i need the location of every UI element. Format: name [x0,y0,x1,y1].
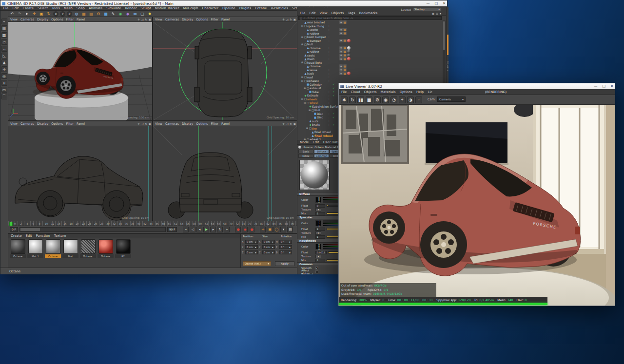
c4d-menu-plugins[interactable]: Plugins [239,6,251,10]
lv-titlebar[interactable]: Live Viewer 3.07-R2 —□✕ [339,83,615,89]
right-canvas[interactable] [8,126,152,221]
visibility-dots-icon[interactable]: ∶ [329,32,329,35]
autokey-icon[interactable]: ◉ [242,227,248,232]
side-tab-objects[interactable]: Objects [447,61,449,71]
om-menu-view[interactable]: View [320,11,328,15]
material-tag-icon[interactable] [347,50,351,53]
vp1-menu-view[interactable]: View [10,18,18,21]
subdivision-surface-icon[interactable]: ◉ [117,11,123,17]
goto-end-icon[interactable]: » [224,227,230,232]
c4d-menu-simulate[interactable]: Simulate [106,6,121,10]
next-frame-icon[interactable]: ▸ [210,227,216,232]
visibility-dots-icon[interactable]: ∶ [329,112,329,115]
primitive-cube-icon[interactable]: ■ [103,11,109,17]
coord-field[interactable]: 0 cm▸ [262,245,275,249]
material-thumb-octane[interactable]: Octane [45,239,61,258]
tree-item-rubber[interactable]: ▲rubber∶✳▦ [297,50,442,54]
workplane-lock-icon[interactable]: ▭ [1,87,7,93]
vp3-menu-cameras[interactable]: Cameras [20,122,34,125]
texture-mode-icon[interactable]: ▩ [1,32,7,38]
zoom-view-icon[interactable]: ◿ [141,122,143,125]
phong-tag-icon[interactable]: ✳ [339,50,343,53]
coord-field[interactable]: 0 °▸ [279,245,292,249]
vp2-menu-display[interactable]: Display [182,18,193,21]
maximize-view-icon[interactable]: ▣ [293,18,296,21]
c4d-menu-mograph[interactable]: MoGraph [183,6,198,10]
c4d-menu-edit[interactable]: Edit [12,6,19,10]
key-scale-icon[interactable]: ▣ [267,227,273,232]
om-menu-file[interactable]: File [300,11,305,15]
render-view-icon[interactable]: ▦ [81,11,87,17]
vp2-menu-filter[interactable]: Filter [211,18,218,21]
value-field[interactable]: 1 [315,259,325,262]
texture-button[interactable]: ▾ [315,231,321,235]
visibility-dots-icon[interactable]: ∶ [329,87,329,90]
maximize-view-icon[interactable]: ▣ [149,122,151,125]
tree-item-boot-bumper[interactable]: ⊟▢boot bumper∶ [297,35,442,39]
phong-tag-icon[interactable]: ✳ [339,64,343,68]
record-position-icon[interactable]: ● [249,227,254,232]
coord-system-icon[interactable]: ◍ [74,11,79,17]
checkbox-affect-alpha[interactable] [315,270,318,273]
maximize-button[interactable]: □ [435,1,438,5]
camera-dropdown[interactable]: Camera ▾ [437,96,466,102]
c4d-menu-create[interactable]: Create [23,6,34,10]
attr-menu-mode[interactable]: Mode [300,140,309,144]
magnet-icon[interactable]: ⌒ [1,94,7,99]
texture-tag-icon[interactable]: ▦ [343,72,347,75]
stepper-icon[interactable]: ▸ [289,246,291,249]
lv-menu-cloud[interactable]: Cloud [351,90,360,94]
viewport-right[interactable]: ViewCamerasDisplayOptionsFilterPanel ✛◿↻… [8,121,152,221]
mats-menu-create[interactable]: Create [11,234,22,238]
coord-field[interactable]: 0 cm▸ [262,250,275,254]
value-field[interactable]: 1 [315,228,325,231]
key-position-icon[interactable]: ✛ [260,227,266,232]
visibility-dots-icon[interactable]: ∶ [329,94,329,97]
rotate-view-icon[interactable]: ↻ [145,122,147,125]
phong-tag-icon[interactable]: ✳ [339,57,343,60]
material-thumb-pt[interactable]: PT [115,239,131,258]
c4d-menu-select[interactable]: Select [38,6,48,10]
phong-tag-icon[interactable]: ✳ [339,68,343,72]
vp1-menu-panel[interactable]: Panel [77,18,85,21]
stepper-icon[interactable]: ▸ [289,240,291,243]
tree-item-exhaust[interactable]: ⊟▢exhaust∶ [297,79,442,83]
visibility-dots-icon[interactable]: ∶ [329,65,329,68]
prev-frame-icon[interactable]: ◂ [196,227,202,232]
render-settings-icon[interactable]: ⚙ [96,11,101,17]
close-button[interactable]: ✕ [443,1,446,5]
x-axis-icon[interactable]: X [53,11,58,17]
viewport-solo-icon[interactable]: ◎ [1,73,7,79]
texture-button[interactable]: ▾ [315,208,321,211]
visibility-dots-icon[interactable]: ∶ [329,61,329,64]
maximize-button[interactable]: □ [603,84,606,88]
timeline-range-thumb[interactable] [20,228,40,231]
viewport-top[interactable]: ViewCamerasDisplayOptionsFilterPanel ✛◿↻… [153,17,297,120]
tree-item-chrome[interactable]: ▲chrome∶✳▦ [297,64,442,68]
zoom-view-icon[interactable]: ◿ [286,122,288,125]
mats-menu-texture[interactable]: Texture [54,234,66,238]
c4d-menu-tools[interactable]: Tools [52,6,60,10]
pan-view-icon[interactable]: ✛ [282,18,285,21]
undo-icon[interactable]: ↶ [9,11,15,17]
timeline-range-slider[interactable] [20,227,166,232]
rotate-view-icon[interactable]: ↻ [145,18,147,21]
stepper-icon[interactable]: ▸ [289,251,291,254]
timeline-ruler[interactable]: 0246810121416182022242628303234363840424… [8,221,297,226]
visibility-dots-icon[interactable]: ∶ [329,134,329,137]
timeline-playhead[interactable] [9,222,13,226]
environment-icon[interactable]: ▬ [132,11,138,17]
c4d-menu-motion-tracker[interactable]: Motion Tracker [155,6,179,10]
lv-menu-objects[interactable]: Objects [364,90,377,94]
tab-basic[interactable]: Basic [298,150,313,153]
vp2-menu-cameras[interactable]: Cameras [165,18,179,21]
tree-item-seats[interactable]: ▲seats∶✳▦ [297,54,442,57]
tree-item-head-light[interactable]: ⊟▢head light∶ [297,61,442,65]
layout-dropdown[interactable]: Startup▾ [413,8,441,11]
value-field[interactable]: 0 cm [315,274,325,275]
texture-tag-icon[interactable]: ▦ [343,20,347,24]
vp1-menu-options[interactable]: Options [51,18,63,21]
c4d-menu-x-particles[interactable]: X-Particles [271,6,288,10]
tree-item-null[interactable]: ⊟▢Null∶ [297,42,442,46]
vp4-menu-display[interactable]: Display [182,122,193,125]
